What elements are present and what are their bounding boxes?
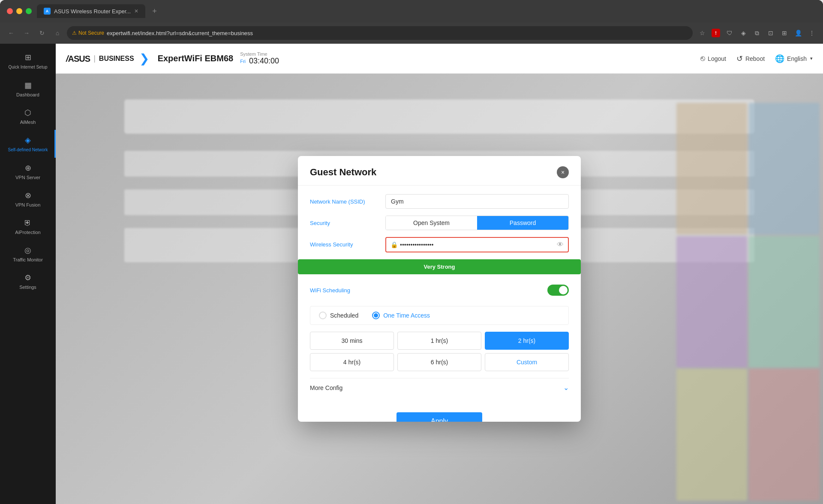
- sidebar-item-label: Traffic Monitor: [13, 257, 43, 262]
- one-time-access-label: One Time Access: [383, 312, 430, 319]
- sidebar-item-vpn-server[interactable]: ⊕ VPN Server: [0, 158, 56, 185]
- sidebar-item-label: VPN Fusion: [15, 202, 41, 207]
- business-label: BUSINESS: [99, 55, 134, 63]
- wireless-security-label: Wireless Security: [310, 237, 378, 248]
- password-strength-bar: Very Strong: [298, 259, 581, 274]
- sidebar: ⊞ Quick Internet Setup ▦ Dashboard ⬡ AiM…: [0, 44, 56, 504]
- logout-icon: ⎋: [700, 54, 705, 63]
- refresh-button[interactable]: ↻: [36, 27, 48, 39]
- chevron-down-icon: ▾: [810, 56, 813, 61]
- extensions-icon[interactable]: !: [710, 27, 722, 39]
- close-window-button[interactable]: [7, 8, 13, 14]
- toggle-slider: [547, 285, 569, 296]
- profile-icon[interactable]: 👤: [792, 27, 804, 39]
- modal-close-button[interactable]: ×: [557, 166, 569, 178]
- sidebar-item-settings[interactable]: ⚙ Settings: [0, 267, 56, 295]
- forward-button[interactable]: →: [21, 27, 33, 39]
- tab-favicon: A: [44, 8, 51, 15]
- screenshot-icon[interactable]: ⊡: [765, 27, 777, 39]
- modal-body: Network Name (SSID) Security: [298, 186, 581, 405]
- modal-footer: Apply: [298, 405, 581, 422]
- password-input-wrap: 🔒 👁: [385, 237, 569, 252]
- globe-icon: 🌐: [775, 54, 784, 63]
- sidebar-item-label: AiProtection: [15, 230, 40, 235]
- scheduled-radio[interactable]: [319, 312, 327, 319]
- browser-tab[interactable]: A ASUS Wireless Router Exper... ✕: [37, 4, 145, 18]
- time-option-custom[interactable]: Custom: [485, 353, 569, 371]
- sidebar-item-dashboard[interactable]: ▦ Dashboard: [0, 75, 56, 102]
- shield-icon[interactable]: 🛡: [724, 27, 736, 39]
- sidebar-item-aiprotection[interactable]: ⛨ AiProtection: [0, 213, 56, 240]
- apply-button[interactable]: Apply: [396, 412, 482, 422]
- wireless-security-control: 🔒 👁: [385, 237, 569, 252]
- time-option-4hr[interactable]: 4 hr(s): [310, 353, 394, 371]
- password-input[interactable]: [386, 238, 568, 252]
- logo-chevron-icon: ❯: [139, 51, 149, 66]
- maximize-window-button[interactable]: [26, 8, 32, 14]
- wifi-scheduling-toggle[interactable]: [547, 285, 569, 296]
- window-controls[interactable]: [7, 8, 32, 14]
- vpn-server-icon: ⊕: [23, 163, 33, 173]
- system-time-label: System Time: [240, 51, 267, 57]
- content-area: Guest Network × Network Name (SSID): [56, 74, 823, 504]
- modal-title: Guest Network: [310, 167, 376, 178]
- sidebar-toggle-icon[interactable]: ⊞: [778, 27, 790, 39]
- logout-label: Logout: [708, 55, 726, 62]
- system-time: System Time Fri 03:40:00: [240, 51, 279, 66]
- system-day: Fri: [240, 59, 246, 64]
- modal-overlay: Guest Network × Network Name (SSID): [56, 74, 823, 504]
- sidebar-item-vpn-fusion[interactable]: ⊗ VPN Fusion: [0, 185, 56, 213]
- settings-icon[interactable]: ⋮: [806, 27, 818, 39]
- wifi-scheduling-label: WiFi Scheduling: [310, 287, 350, 294]
- logo-pipe: |: [93, 54, 96, 63]
- open-system-option[interactable]: Open System: [386, 216, 477, 230]
- wallet-icon[interactable]: ◈: [737, 27, 749, 39]
- scheduled-label: Scheduled: [330, 312, 358, 319]
- address-bar[interactable]: ⚠ Not Secure expertwifi.net/index.html?u…: [67, 26, 693, 40]
- new-tab-button[interactable]: +: [152, 7, 157, 16]
- network-name-row: Network Name (SSID): [310, 194, 569, 209]
- logout-button[interactable]: ⎋ Logout: [700, 54, 726, 63]
- sidebar-item-label: AiMesh: [20, 120, 36, 125]
- sidebar-item-label: Self-defined Network: [8, 147, 48, 153]
- sidebar-item-label: Settings: [19, 285, 36, 290]
- sidebar-item-label: Dashboard: [16, 92, 39, 97]
- sidebar-item-aimesh[interactable]: ⬡ AiMesh: [0, 102, 56, 130]
- bookmark-icon[interactable]: ☆: [696, 27, 708, 39]
- sidebar-item-quick-internet-setup[interactable]: ⊞ Quick Internet Setup: [0, 47, 56, 75]
- app-content: ⊞ Quick Internet Setup ▦ Dashboard ⬡ AiM…: [0, 44, 823, 504]
- lock-icon: 🔒: [390, 241, 398, 248]
- language-selector[interactable]: 🌐 English ▾: [775, 54, 813, 63]
- chevron-down-icon: ⌄: [563, 384, 569, 392]
- scheduled-option[interactable]: Scheduled: [319, 312, 358, 319]
- quick-internet-setup-icon: ⊞: [23, 52, 33, 63]
- home-button[interactable]: ⌂: [51, 27, 63, 39]
- network-name-input[interactable]: [385, 194, 569, 209]
- eye-slash-icon[interactable]: 👁: [557, 241, 564, 249]
- one-time-access-radio[interactable]: [372, 312, 380, 319]
- modal-header: Guest Network ×: [298, 156, 581, 186]
- one-time-access-option[interactable]: One Time Access: [372, 312, 430, 319]
- sidebar-item-self-defined-network[interactable]: ◈ Self-defined Network: [0, 130, 56, 158]
- settings-sidebar-icon: ⚙: [23, 273, 33, 283]
- router-name: ExpertWiFi EBM68: [158, 54, 234, 63]
- time-option-2hr[interactable]: 2 hr(s): [485, 332, 569, 350]
- network-name-label: Network Name (SSID): [310, 194, 378, 205]
- time-option-1hr[interactable]: 1 hr(s): [397, 332, 481, 350]
- more-config-row[interactable]: More Config ⌄: [310, 378, 569, 397]
- asus-logo: /ASUS: [66, 53, 90, 64]
- wireless-security-row: Wireless Security 🔒 👁: [310, 237, 569, 252]
- back-button[interactable]: ←: [5, 27, 17, 39]
- sidebar-item-traffic-monitor[interactable]: ◎ Traffic Monitor: [0, 240, 56, 267]
- reboot-button[interactable]: ↺ Reboot: [736, 54, 765, 63]
- time-option-6hr[interactable]: 6 hr(s): [397, 353, 481, 371]
- security-row: Security Open System Password: [310, 216, 569, 230]
- toggle-knob: [559, 286, 568, 294]
- toolbar-icons: ☆ ! 🛡 ◈ ⧉ ⊡ ⊞ 👤 ⋮: [696, 27, 818, 39]
- copy-icon[interactable]: ⧉: [751, 27, 763, 39]
- time-option-30mins[interactable]: 30 mins: [310, 332, 394, 350]
- tab-close-button[interactable]: ✕: [134, 8, 138, 14]
- minimize-window-button[interactable]: [16, 8, 22, 14]
- network-name-control: [385, 194, 569, 209]
- password-option[interactable]: Password: [477, 216, 568, 230]
